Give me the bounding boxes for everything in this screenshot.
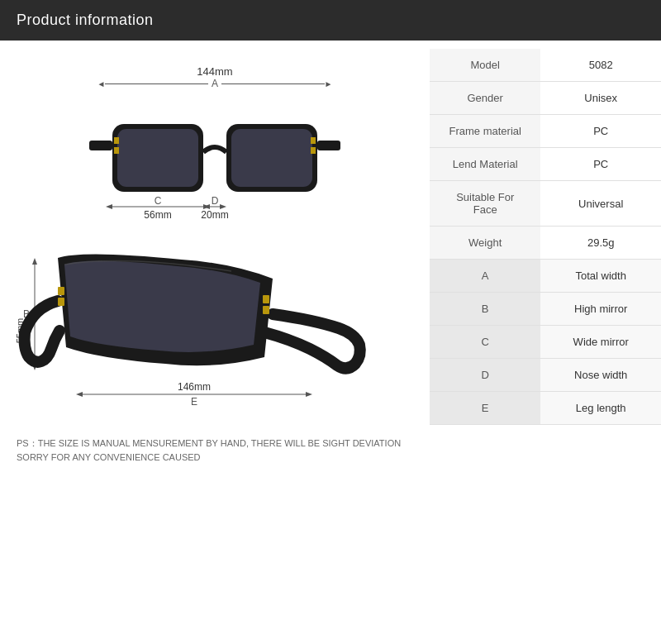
info-table: Model5082GenderUnisexFrame materialPCLen… — [430, 49, 661, 425]
right-panel: Model5082GenderUnisexFrame materialPCLen… — [430, 41, 661, 642]
svg-rect-9 — [317, 141, 340, 150]
svg-text:56mm: 56mm — [144, 209, 171, 221]
table-cell-value: Nose width — [540, 359, 661, 392]
header-title: Product information — [17, 12, 154, 28]
table-row: CWide mirror — [430, 326, 661, 359]
table-cell-value: High mirror — [540, 293, 661, 326]
table-row: GenderUnisex — [430, 82, 661, 115]
svg-rect-0 — [89, 141, 112, 150]
svg-text:D: D — [212, 195, 219, 207]
dim-a-letter: A — [212, 78, 218, 89]
table-cell-label: Weight — [430, 227, 540, 260]
front-view-diagram: 144mm ◄ A ► — [17, 57, 413, 225]
page-header: Product information — [0, 0, 661, 41]
svg-rect-27 — [263, 295, 269, 303]
table-cell-label: D — [430, 359, 540, 392]
svg-rect-6 — [231, 129, 312, 187]
table-row: Suitable For FaceUniversal — [430, 181, 661, 227]
svg-text:146mm: 146mm — [178, 381, 211, 393]
table-cell-label: Gender — [430, 82, 540, 115]
svg-rect-7 — [311, 137, 316, 144]
ps-note-text: PS：THE SIZE IS MANUAL MENSUREMENT BY HAN… — [17, 438, 401, 462]
svg-rect-2 — [117, 129, 198, 187]
table-cell-label: Suitable For Face — [430, 181, 540, 227]
table-cell-label: Frame material — [430, 115, 540, 148]
table-cell-label: E — [430, 392, 540, 425]
sunglasses-front-view: C 56mm D 20mm — [17, 93, 413, 225]
table-cell-label: Lend Material — [430, 148, 540, 181]
table-cell-value: PC — [540, 115, 661, 148]
page-container: Product information 144mm ◄ A ► — [0, 0, 661, 644]
svg-text:E: E — [191, 396, 197, 408]
dim-a-value: 144mm — [197, 65, 232, 78]
table-row: ATotal width — [430, 260, 661, 293]
table-row: Lend MaterialPC — [430, 148, 661, 181]
ps-note: PS：THE SIZE IS MANUAL MENSUREMENT BY HAN… — [17, 436, 413, 464]
table-row: Weight29.5g — [430, 227, 661, 260]
table-cell-label: Model — [430, 49, 540, 82]
table-cell-label: B — [430, 293, 540, 326]
svg-rect-26 — [58, 298, 64, 306]
svg-rect-4 — [114, 147, 119, 154]
table-cell-value: PC — [540, 148, 661, 181]
svg-text:20mm: 20mm — [201, 209, 228, 221]
svg-text:C: C — [155, 195, 162, 207]
svg-rect-25 — [58, 287, 64, 295]
table-row: DNose width — [430, 359, 661, 392]
table-cell-value: Universal — [540, 181, 661, 227]
main-content: 144mm ◄ A ► — [0, 41, 661, 642]
table-row: ELeg length — [430, 392, 661, 425]
svg-rect-8 — [311, 147, 316, 154]
svg-rect-28 — [263, 306, 269, 314]
table-row: Frame materialPC — [430, 115, 661, 148]
table-cell-label: A — [430, 260, 540, 293]
table-row: BHigh mirror — [430, 293, 661, 326]
svg-marker-31 — [306, 392, 312, 397]
svg-marker-11 — [106, 204, 112, 209]
table-cell-label: C — [430, 326, 540, 359]
svg-rect-3 — [114, 137, 119, 144]
side-view-diagram: B 55mm — [17, 241, 413, 427]
table-row: Model5082 — [430, 49, 661, 82]
svg-marker-30 — [76, 392, 83, 397]
table-cell-value: Leg length — [540, 392, 661, 425]
table-cell-value: Total width — [540, 260, 661, 293]
svg-marker-21 — [32, 258, 37, 265]
table-cell-value: Unisex — [540, 82, 661, 115]
table-cell-value: Wide mirror — [540, 326, 661, 359]
table-cell-value: 29.5g — [540, 227, 661, 260]
table-cell-value: 5082 — [540, 49, 661, 82]
left-panel: 144mm ◄ A ► — [0, 41, 430, 642]
